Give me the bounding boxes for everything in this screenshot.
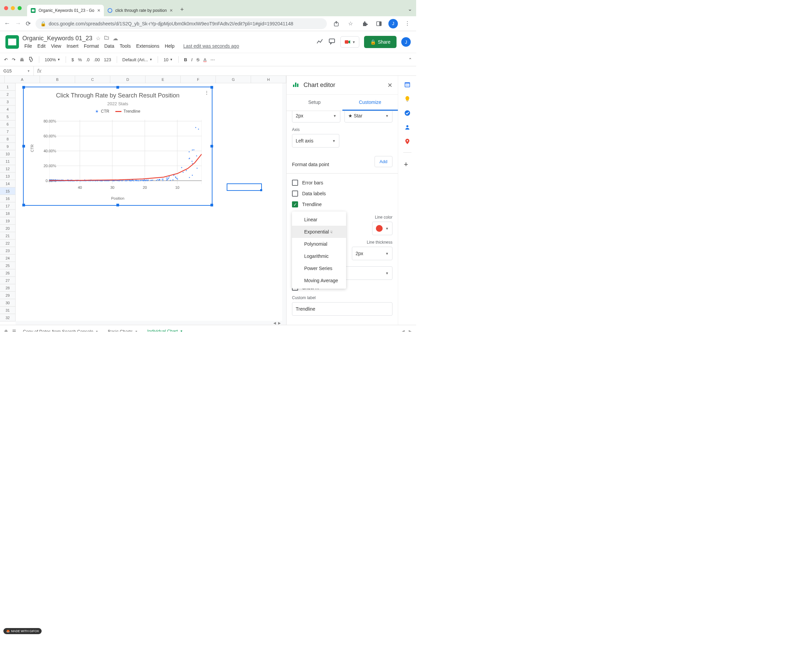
trendline-type-option[interactable]: Moving Average [292, 275, 346, 287]
percent-button[interactable]: % [78, 57, 82, 62]
row-header[interactable]: 23 [0, 247, 15, 255]
row-header[interactable]: 17 [0, 202, 15, 210]
zoom-select[interactable]: 100%▼ [45, 57, 60, 62]
strikethrough-button[interactable]: S [197, 57, 200, 62]
close-tab-icon[interactable]: ✕ [97, 8, 101, 13]
row-header[interactable]: 22 [0, 240, 15, 247]
point-size-select[interactable]: 2px▼ [292, 111, 340, 122]
bookmark-icon[interactable]: ☆ [346, 19, 355, 28]
all-sheets-button[interactable]: ☰ [12, 329, 16, 332]
browser-tab[interactable]: click through rate by position ✕ [104, 5, 176, 16]
scroll-right-icon[interactable]: ▶ [409, 329, 412, 332]
back-button[interactable]: ← [4, 20, 10, 27]
scroll-left-icon[interactable]: ◀ [401, 329, 404, 332]
tab-setup[interactable]: Setup [287, 95, 342, 111]
row-header[interactable]: 7 [0, 128, 15, 135]
menu-tools[interactable]: Tools [118, 43, 133, 49]
chart-title[interactable]: Click Through Rate by Search Result Posi… [24, 92, 212, 99]
row-header[interactable]: 19 [0, 217, 15, 225]
star-icon[interactable]: ☆ [96, 35, 101, 42]
point-shape-select[interactable]: ★ Star▼ [345, 111, 393, 122]
axis-select[interactable]: Left axis▼ [292, 134, 339, 148]
row-header[interactable]: 20 [0, 225, 15, 232]
row-header[interactable]: 31 [0, 307, 15, 314]
comments-icon[interactable] [328, 38, 336, 46]
bold-button[interactable]: B [184, 57, 187, 62]
resize-handle[interactable] [211, 204, 213, 206]
add-sheet-button[interactable]: + [4, 328, 8, 332]
row-header[interactable]: 21 [0, 232, 15, 240]
move-icon[interactable] [104, 35, 109, 42]
more-formats-button[interactable]: 123 [104, 57, 111, 62]
reload-button[interactable]: ⟳ [26, 20, 31, 27]
line-color-select[interactable]: ▼ [372, 222, 392, 235]
row-header[interactable]: 16 [0, 195, 15, 202]
redo-button[interactable]: ↷ [12, 57, 15, 62]
italic-button[interactable]: I [191, 57, 192, 62]
row-header[interactable]: 32 [0, 314, 15, 322]
row-header[interactable]: 3 [0, 98, 15, 105]
trendline-type-option[interactable]: Power Series [292, 262, 346, 275]
tabs-overflow-icon[interactable]: ⌄ [408, 6, 412, 12]
sheet-tab[interactable]: Basic Charts▼ [105, 325, 141, 332]
custom-label-input[interactable] [292, 302, 392, 316]
trendline-type-option[interactable]: Polynomial [292, 238, 346, 250]
chart-legend[interactable]: ★CTR Trendline [24, 109, 212, 114]
last-edit-link[interactable]: Last edit was seconds ago [182, 43, 241, 49]
menu-extensions[interactable]: Extensions [134, 43, 161, 49]
paint-format-button[interactable] [28, 56, 34, 63]
keep-icon[interactable] [404, 95, 411, 102]
row-header[interactable]: 12 [0, 165, 15, 172]
chart-plot-area[interactable] [49, 120, 201, 184]
row-header[interactable]: 6 [0, 121, 15, 128]
row-header[interactable]: 29 [0, 292, 15, 299]
row-header[interactable]: 25 [0, 262, 15, 269]
trendline-type-option[interactable]: Exponential ☟ [292, 226, 346, 238]
row-header[interactable]: 8 [0, 135, 15, 143]
share-button[interactable]: 🔒 Share [364, 36, 397, 48]
spreadsheet-grid[interactable]: ABCDEFGH 1234567891011121314151617181920… [0, 76, 286, 325]
trendline-type-option[interactable]: Logarithmic [292, 250, 346, 262]
currency-button[interactable]: $ [72, 57, 74, 62]
decrease-decimal-button[interactable]: .0 [86, 57, 90, 62]
data-labels-checkbox[interactable]: Data labels [292, 191, 392, 197]
resize-handle[interactable] [22, 86, 25, 89]
vertical-scrollbar[interactable] [282, 83, 286, 325]
row-header[interactable]: 15 [0, 188, 15, 195]
undo-button[interactable]: ↶ [4, 57, 8, 62]
trendline-type-option[interactable]: Linear [292, 214, 346, 226]
increase-decimal-button[interactable]: .00 [94, 57, 100, 62]
line-thickness-select[interactable]: 2px▼ [352, 247, 392, 260]
column-header[interactable]: H [251, 76, 286, 83]
new-tab-button[interactable]: + [180, 6, 184, 13]
horizontal-scrollbar[interactable]: ◀▶ [15, 321, 282, 325]
extensions-icon[interactable] [360, 19, 369, 28]
menu-insert[interactable]: Insert [65, 43, 81, 49]
row-header[interactable]: 18 [0, 210, 15, 217]
row-header[interactable]: 28 [0, 284, 15, 292]
add-addon-icon[interactable]: + [404, 160, 411, 167]
resize-handle[interactable] [22, 204, 25, 206]
row-header[interactable]: 27 [0, 277, 15, 284]
row-header[interactable]: 10 [0, 150, 15, 158]
row-header[interactable]: 2 [0, 91, 15, 98]
font-select[interactable]: Default (Ari...▼ [122, 57, 153, 62]
y-axis-label[interactable]: CTR [30, 145, 34, 152]
column-header[interactable]: E [145, 76, 181, 83]
history-icon[interactable] [316, 38, 324, 46]
maps-icon[interactable] [404, 138, 411, 145]
menu-view[interactable]: View [49, 43, 63, 49]
select-all-corner[interactable] [0, 76, 5, 83]
close-panel-button[interactable]: ✕ [388, 82, 392, 89]
profile-avatar[interactable]: J [388, 19, 398, 28]
text-color-button[interactable]: A [203, 57, 206, 62]
row-header[interactable]: 14 [0, 180, 15, 188]
error-bars-checkbox[interactable]: Error bars [292, 180, 392, 186]
tasks-icon[interactable] [404, 110, 411, 116]
sidebar-icon[interactable] [374, 19, 384, 28]
print-button[interactable]: 🖶 [20, 57, 24, 62]
row-header[interactable]: 30 [0, 299, 15, 307]
x-axis-label[interactable]: Position [111, 196, 124, 200]
share-page-icon[interactable] [331, 19, 341, 28]
row-header[interactable]: 9 [0, 143, 15, 150]
